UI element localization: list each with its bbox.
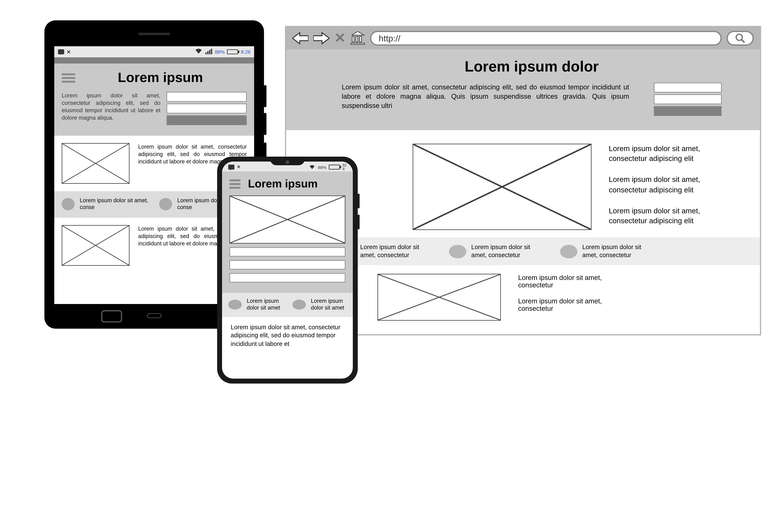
forward-button[interactable] [313,31,329,45]
tablet-volume-up [264,85,266,107]
image-placeholder [377,274,501,321]
phone-chip-band: Lorem ipsum dolor sit amet Lorem ipsum d… [222,293,353,317]
browser-login-form [654,83,722,118]
chip-label: Lorem ipsum dolor sit amet [311,298,348,312]
x-icon: ✕ [237,165,241,170]
phone-chip-2[interactable]: Lorem ipsum dolor sit amet [292,298,348,312]
phone-title: Lorem ipsum [248,178,318,191]
svg-line-1 [742,40,744,43]
tablet-input-1[interactable] [167,92,247,102]
chip-label: Lorem ipsum dolor sit amet [247,298,284,312]
sec2-text-b: Lorem ipsum dolor sit amet, consectetur [518,297,629,312]
tablet-power-button [264,142,266,158]
phone-screen: ✕ 88% 828 Lorem ipsum [222,162,353,379]
tablet-submit-button[interactable] [167,115,247,125]
search-button[interactable] [727,31,754,46]
stop-icon[interactable]: ✕ [334,30,345,46]
avatar-icon [159,198,172,210]
phone-input-3[interactable] [229,273,345,282]
url-text: http:// [379,33,400,43]
tablet-app-switcher[interactable] [147,313,162,318]
menu-icon[interactable] [229,178,241,191]
tablet-speaker [138,33,170,35]
tablet-title: Lorem ipsum [88,70,247,86]
wifi-icon [195,48,203,55]
chip-label: Lorem ipsum dolor sit amet, consectetur [471,244,539,259]
browser-chip-2[interactable]: Lorem ipsum dolor sit amet, consectetur [449,244,539,259]
clock-time: 828 [342,163,347,171]
browser-hero: Lorem ipsum dolor Lorem ipsum dolor sit … [286,49,760,130]
avatar-icon [62,198,75,210]
browser-title: Lorem ipsum dolor [342,58,722,75]
tablet-status-bar: ✕ 88% 8:28 [54,46,254,57]
clock-time: 8:28 [241,49,250,55]
browser-toolbar: ✕ http:// [286,27,760,49]
back-button[interactable] [292,31,308,45]
signal-icon [205,48,212,55]
chip-label: Lorem ipsum dolor sit amet, consectetur [360,244,428,259]
browser-submit-button[interactable] [654,106,722,116]
browser-input-1[interactable] [654,83,722,92]
phone-volume-up [358,194,360,208]
x-icon: ✕ [67,49,71,55]
phone-notch [270,157,305,165]
tablet-chip-1[interactable]: Lorem ipsum dolor sit amet, conse [62,197,149,211]
image-placeholder [62,225,130,265]
svg-point-0 [736,34,742,40]
tablet-input-2[interactable] [167,104,247,113]
tablet-hero: Lorem ipsum Lorem ipsum dolor sit amet, … [54,64,254,136]
browser-aside-3: Lorem ipsum dolor sit amet, consectetur … [609,206,735,226]
tablet-intro-text: Lorem ipsum dolor sit amet, consectetur … [62,92,160,127]
chip-label: Lorem ipsum dolor sit amet, conse [80,197,149,211]
phone-input-1[interactable] [229,247,345,257]
phone-device: ✕ 88% 828 Lorem ipsum [217,157,358,384]
home-icon[interactable] [350,31,365,45]
sec2-text-a: Lorem ipsum dolor sit amet, consectetur [518,274,629,289]
chat-notification-icon [58,49,64,54]
tablet-home-button[interactable] [101,310,122,322]
battery-icon [227,49,238,54]
phone-body-text: Lorem ipsum dolor sit amet, consectetur … [222,317,353,354]
browser-input-2[interactable] [654,94,722,104]
avatar-icon [228,300,242,310]
phone-hero: Lorem ipsum [222,171,353,293]
tablet-login-form [167,92,247,127]
battery-percent: 88% [318,165,326,169]
menu-icon[interactable] [62,71,75,84]
avatar-icon [449,244,466,258]
phone-volume-down [358,215,360,229]
image-placeholder [413,144,592,230]
browser-intro-text: Lorem ipsum dolor sit amet, consectetur … [342,83,629,110]
url-input[interactable]: http:// [370,31,722,46]
chip-label: Lorem ipsum dolor sit amet, consectetur [582,244,650,259]
phone-input-2[interactable] [229,260,345,269]
browser-chip-3[interactable]: Lorem ipsum dolor sit amet, consectetur [560,244,650,259]
chat-notification-icon [228,165,234,170]
browser-aside-1: Lorem ipsum dolor sit amet, consectetur … [609,144,735,164]
browser-aside-2: Lorem ipsum dolor sit amet, consectetur … [609,175,735,195]
wifi-icon [309,164,315,170]
tablet-volume-down [264,113,266,135]
image-placeholder [62,143,130,184]
avatar-icon [560,244,577,258]
battery-percent: 88% [215,49,225,55]
battery-icon [329,165,340,170]
image-placeholder [229,195,345,244]
phone-chip-1[interactable]: Lorem ipsum dolor sit amet [228,298,284,312]
avatar-icon [292,300,306,310]
tablet-app-bar [54,57,254,64]
